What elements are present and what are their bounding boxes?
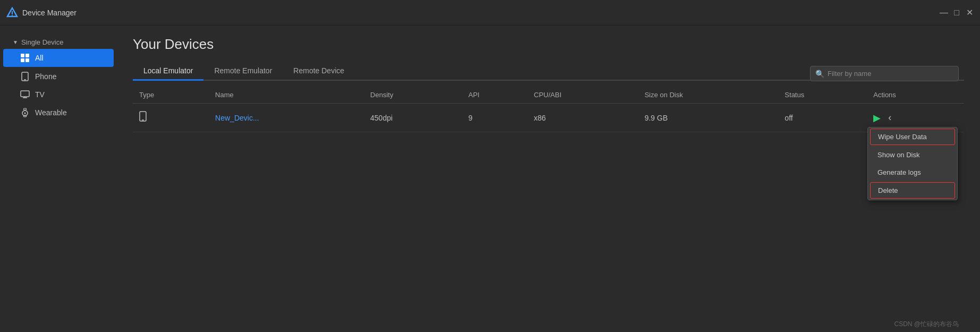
right-panel: Your Devices Local Emulator Remote Emula… (117, 25, 980, 332)
app-title: Device Manager (22, 8, 76, 17)
svg-rect-9 (21, 91, 29, 97)
svg-rect-6 (25, 58, 29, 62)
context-menu-show-on-disk[interactable]: Show on Disk (868, 146, 957, 164)
cell-api: 9 (462, 104, 527, 132)
cell-status: off (778, 104, 867, 132)
svg-rect-4 (25, 54, 29, 57)
table-row: New_Devic... 450dpi 9 x86 9.9 GB off ▶ ‹ (133, 104, 964, 132)
context-menu-delete[interactable]: Delete (870, 182, 955, 199)
col-name: Name (209, 87, 364, 104)
filter-input[interactable] (810, 66, 959, 81)
chevron-down-icon: ▼ (13, 39, 18, 45)
table-body: New_Devic... 450dpi 9 x86 9.9 GB off ▶ ‹ (133, 104, 964, 132)
col-actions: Actions (867, 87, 964, 104)
sidebar: ▼ Single Device All Phone (0, 25, 117, 332)
col-status: Status (778, 87, 867, 104)
sidebar-item-wearable[interactable]: Wearable (3, 104, 114, 122)
device-type-phone-icon (139, 112, 147, 124)
svg-point-15 (24, 113, 26, 114)
svg-rect-3 (21, 54, 24, 57)
phone-icon (20, 72, 30, 81)
sidebar-item-all[interactable]: All (3, 49, 114, 67)
window-controls: — □ ✕ (940, 8, 974, 17)
filter-input-wrap: 🔍 (810, 66, 959, 81)
all-devices-icon (20, 53, 30, 63)
footer-watermark: CSDN @忙碌的布谷鸟 (133, 316, 964, 332)
page-title: Your Devices (133, 36, 964, 53)
more-actions-button[interactable]: ‹ (885, 111, 894, 124)
cell-actions: ▶ ‹ Wipe User Data Show on Disk Generate… (867, 104, 964, 132)
svg-point-2 (12, 15, 13, 16)
tv-icon (20, 90, 30, 99)
play-button[interactable]: ▶ (873, 112, 881, 124)
main-content: ▼ Single Device All Phone (0, 25, 980, 332)
cell-density: 450dpi (364, 104, 462, 132)
device-table-container: Type Name Density API CPU/ABI Size on Di… (133, 87, 964, 316)
minimize-button[interactable]: — (940, 8, 948, 17)
search-icon: 🔍 (815, 70, 824, 78)
actions-cell: ▶ ‹ Wipe User Data Show on Disk Generate… (873, 111, 958, 124)
device-table: Type Name Density API CPU/ABI Size on Di… (133, 87, 964, 132)
device-name-link[interactable]: New_Devic... (215, 114, 259, 122)
sidebar-item-phone[interactable]: Phone (3, 67, 114, 86)
tab-remote-device[interactable]: Remote Device (283, 62, 355, 81)
cell-cpuabi: x86 (527, 104, 638, 132)
sidebar-section-single-device: ▼ Single Device (0, 36, 117, 48)
context-menu-wipe-user-data[interactable]: Wipe User Data (870, 129, 955, 145)
svg-rect-5 (21, 58, 24, 62)
tab-local-emulator[interactable]: Local Emulator (133, 62, 203, 81)
sidebar-item-tv[interactable]: TV (3, 86, 114, 103)
app-logo-icon (6, 7, 18, 19)
maximize-button[interactable]: □ (952, 8, 961, 17)
close-button[interactable]: ✕ (965, 8, 974, 17)
title-bar: Device Manager — □ ✕ (0, 0, 980, 25)
cell-name: New_Devic... (209, 104, 364, 132)
col-cpuabi: CPU/ABI (527, 87, 638, 104)
cell-size-on-disk: 9.9 GB (638, 104, 778, 132)
tab-remote-emulator[interactable]: Remote Emulator (203, 62, 283, 81)
col-api: API (462, 87, 527, 104)
svg-rect-13 (24, 108, 27, 110)
context-menu-generate-logs[interactable]: Generate logs (868, 164, 957, 181)
col-type: Type (133, 87, 209, 104)
table-header: Type Name Density API CPU/ABI Size on Di… (133, 87, 964, 104)
cell-type-icon (133, 104, 209, 132)
col-size-on-disk: Size on Disk (638, 87, 778, 104)
wearable-icon (20, 108, 30, 117)
context-menu: Wipe User Data Show on Disk Generate log… (867, 127, 958, 200)
col-density: Density (364, 87, 462, 104)
